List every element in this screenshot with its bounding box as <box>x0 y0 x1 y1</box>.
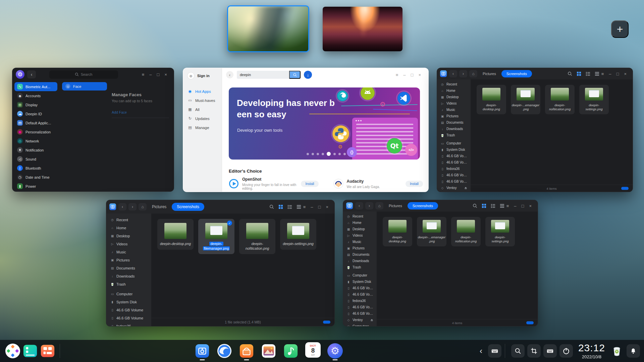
fm-sidebar-item[interactable]: ♪ Music <box>344 239 375 245</box>
settings-nav-item[interactable]: ▤ Default Applic... <box>14 118 57 127</box>
fm-sidebar-item[interactable]: ▯ 46.6 GB Volume <box>344 285 375 291</box>
fm-sidebar-item[interactable]: ◷ Recent <box>344 213 375 220</box>
back-button[interactable]: ‹ <box>118 203 126 210</box>
maximize-button[interactable]: □ <box>522 204 524 208</box>
store-search-button[interactable] <box>289 71 301 79</box>
file-item[interactable]: deepin-settings.png <box>280 219 316 250</box>
carousel-dot[interactable] <box>307 153 309 155</box>
fm-sidebar-item[interactable]: ▦ Desktop <box>108 232 149 240</box>
grid-view-button[interactable] <box>482 203 486 208</box>
fm-sidebar-item[interactable]: ▯ 46.6 GB Volume <box>108 306 149 314</box>
fm-sidebar-item[interactable]: ⌂ Home <box>108 224 149 232</box>
fm-sidebar-item[interactable]: ▯ 46.6 GB Volume <box>438 172 469 178</box>
store-nav-item[interactable]: ↻ Updates <box>183 114 222 123</box>
maximize-button[interactable]: □ <box>616 72 619 76</box>
carousel-dot[interactable] <box>343 153 346 155</box>
back-button[interactable]: ‹ <box>355 202 363 209</box>
back-button[interactable]: ‹ <box>226 71 233 78</box>
fm-sidebar-item[interactable]: ▯ 46.6 GB Volume <box>344 310 375 317</box>
list-view-button[interactable] <box>287 204 292 209</box>
close-button[interactable]: × <box>624 72 627 76</box>
back-button[interactable]: ‹ <box>27 70 36 78</box>
detail-view-button[interactable] <box>595 71 599 76</box>
forward-button[interactable]: › <box>128 203 137 210</box>
fm-sidebar-item[interactable]: ▷ Videos <box>438 100 469 107</box>
fm-sidebar-item[interactable]: ♪ Music <box>438 107 469 113</box>
calendar[interactable]: OCT8SAT <box>304 341 322 361</box>
settings-nav-item[interactable]: ☻ Accounts <box>14 91 57 100</box>
settings-nav-item[interactable]: ☁ Deepin ID <box>14 109 57 118</box>
menu-button[interactable]: ≡ <box>142 72 145 77</box>
file-item[interactable]: deepin-settings.png <box>579 85 609 114</box>
home-button[interactable]: ⌂ <box>375 202 383 209</box>
launcher[interactable] <box>4 341 21 361</box>
forward-button[interactable]: › <box>459 70 467 77</box>
fm-sidebar-item[interactable]: ▷ Videos <box>344 232 375 239</box>
carousel-dot[interactable] <box>322 153 324 155</box>
fm-sidebar-item[interactable]: Trash <box>438 132 469 138</box>
trash[interactable] <box>610 343 624 359</box>
search-button[interactable] <box>473 203 477 208</box>
control-center[interactable]: ⚙ <box>326 341 344 361</box>
fm-sidebar-item[interactable]: ▤ Documents <box>344 251 375 258</box>
fm-sidebar-item[interactable]: ⌂ Home <box>344 220 375 226</box>
fm-sidebar-item[interactable]: ▤ Documents <box>438 119 469 126</box>
sign-in[interactable]: ☻ Sign in <box>183 68 222 81</box>
eject-icon[interactable] <box>370 318 373 321</box>
menu-button[interactable]: ≡ <box>601 72 604 76</box>
fm-sidebar-item[interactable]: ◷ Recent <box>438 81 469 87</box>
launchpad[interactable] <box>39 341 56 361</box>
file-manager[interactable] <box>194 341 211 361</box>
breadcrumb-screenshots[interactable]: Screenshots <box>172 203 204 211</box>
carousel-dot[interactable] <box>317 153 319 155</box>
fm-sidebar-item[interactable]: ▮ System Disk <box>344 279 375 285</box>
fm-sidebar-item[interactable]: ▯ 46.6 GB Volume <box>438 178 469 185</box>
downloads-button[interactable]: ↓ <box>304 71 312 79</box>
shutdown[interactable] <box>559 344 573 358</box>
fm-sidebar-item[interactable]: ▯ 46.6 GB Volume <box>108 314 149 322</box>
file-item[interactable]: deepin-settings.png <box>485 217 515 246</box>
fm-sidebar-item[interactable]: ▭ Computer <box>438 140 469 146</box>
grid-view-button[interactable] <box>278 204 283 209</box>
fm-sidebar-item[interactable]: ▯ 46.6 GB Volume <box>438 159 469 166</box>
fm-sidebar-item[interactable]: ▯ 46.6 GB Volume <box>438 153 469 159</box>
settings-nav-item[interactable]: ▦ Display <box>14 100 57 109</box>
fm-sidebar-item[interactable]: ⌂ Home <box>438 87 469 94</box>
minimize-button[interactable]: – <box>311 205 313 209</box>
fm-sidebar-item[interactable]: ◎ Computers in LAN <box>438 191 469 192</box>
fm-sidebar-item[interactable]: ▷ Videos <box>108 240 149 248</box>
fm-sidebar-item[interactable]: ◎ Computers in LAN <box>344 323 375 326</box>
photos[interactable] <box>260 341 277 361</box>
fm-sidebar-item[interactable]: ▣ Pictures <box>438 113 469 119</box>
fm-sidebar-item[interactable]: ▯ fedora36 <box>344 298 375 304</box>
carousel-dot[interactable] <box>327 152 331 156</box>
notification-center[interactable] <box>627 344 640 358</box>
fm-sidebar-item[interactable]: ▣ Pictures <box>344 245 375 251</box>
clock[interactable]: 23:12 2022/10/8 <box>578 343 605 359</box>
fm-sidebar-item[interactable]: ▯ 46.6 GB Volume <box>344 291 375 298</box>
search-button[interactable] <box>269 204 274 209</box>
fm-sidebar-item[interactable]: ↓ Downloads <box>344 258 375 264</box>
detail-view-button[interactable] <box>500 203 504 208</box>
file-item[interactable]: deepin-...emanager.png <box>417 217 446 246</box>
app-store[interactable] <box>238 341 255 361</box>
store-nav-item[interactable]: ▤ Manage <box>183 123 222 132</box>
minimize-button[interactable]: – <box>403 73 406 77</box>
eject-icon[interactable] <box>464 186 467 189</box>
icon-size-slider[interactable] <box>526 321 534 324</box>
settings-nav-item[interactable]: ◉ Personalization <box>14 127 57 136</box>
fm-sidebar-item[interactable]: ↓ Downloads <box>108 272 149 280</box>
maximize-button[interactable]: □ <box>318 205 321 209</box>
install-button[interactable]: Install <box>301 181 318 187</box>
settings-nav-item[interactable]: ◎ Network <box>14 136 57 145</box>
fm-sidebar-item[interactable]: ▦ Desktop <box>344 226 375 232</box>
minimize-button[interactable]: – <box>149 72 152 77</box>
detail-view-button[interactable] <box>297 204 301 209</box>
fm-sidebar-item[interactable]: ▮ System Disk <box>108 298 149 306</box>
store-nav-item[interactable]: ▭ Must-haves <box>183 96 222 105</box>
carousel-dot[interactable] <box>333 153 336 155</box>
menu-button[interactable]: ≡ <box>303 205 306 209</box>
settings-nav-item[interactable]: ◷ Date and Time <box>14 173 57 182</box>
store-app-row[interactable]: OpenShot Moving your finger to fall in l… <box>229 177 319 192</box>
grid-view-button[interactable] <box>577 71 581 76</box>
